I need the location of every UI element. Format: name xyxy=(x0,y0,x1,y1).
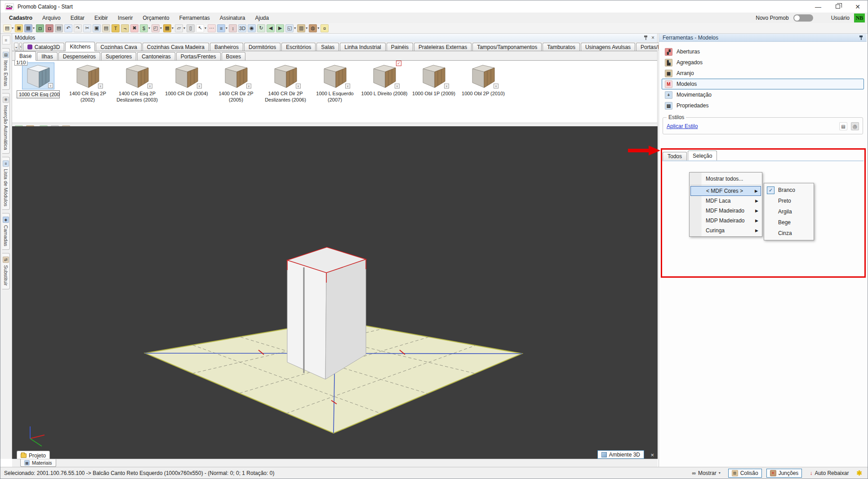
auto-lower-button[interactable]: ↓ Auto Rebaixar xyxy=(806,469,852,477)
toolbar-button[interactable]: ✂ ▾ xyxy=(83,24,91,32)
toolbar-button[interactable]: ◱ ▾ xyxy=(285,24,296,32)
dropdown-arrow-icon[interactable]: ▾ xyxy=(294,26,296,30)
context-menu-item[interactable]: Curinga ▶ xyxy=(690,226,761,235)
toolbar-button[interactable]: ◉ ▾ xyxy=(248,24,256,32)
tool-item[interactable]: M Modelos xyxy=(662,79,864,89)
module-variants-icon[interactable]: » xyxy=(494,84,499,89)
catalog-tab[interactable]: Dormitórios xyxy=(244,43,280,51)
menu-item[interactable]: Inserir xyxy=(113,13,138,23)
toolbar-button[interactable]: ↷ ▾ xyxy=(74,24,82,32)
toolbar-button[interactable]: ◘ ▾ xyxy=(45,24,53,32)
catalog-tab[interactable]: Painéis xyxy=(387,43,413,51)
sidebar-tab[interactable]: ※ Inserção Automática xyxy=(2,93,10,154)
group-tab[interactable]: Despenseiros xyxy=(58,52,100,60)
toolbar-button[interactable]: ▤ ▾ xyxy=(55,24,63,32)
toolbar-button[interactable]: ◍ ▾ xyxy=(309,24,319,32)
menu-item[interactable]: Assinatura xyxy=(215,13,250,23)
tool-item[interactable]: ▦ Arranjo xyxy=(662,68,864,79)
close-button[interactable]: ✕ xyxy=(848,0,868,13)
menu-item[interactable]: Orçamento xyxy=(138,13,174,23)
toolbar-button[interactable]: ↶ ▾ xyxy=(64,24,72,32)
toolbar-button[interactable]: $ ▾ xyxy=(140,24,150,32)
tabs-scroll-left-button[interactable]: ‹ xyxy=(19,43,22,50)
group-tab[interactable]: Boxes xyxy=(222,52,245,60)
toolbar-button[interactable]: ◘ ▾ xyxy=(36,24,44,32)
module-variants-icon[interactable]: » xyxy=(296,84,301,89)
toolbar-button[interactable]: ▤ ▾ xyxy=(3,24,13,32)
module-variants-icon[interactable]: » xyxy=(444,84,449,89)
toolbar-button[interactable]: ≡ ▾ xyxy=(217,24,227,32)
catalog-tab[interactable]: Usinagens Avulsas xyxy=(581,43,635,51)
module-item[interactable]: ✓ » 1400 CR Esq 2P (2002) xyxy=(64,62,111,103)
catalog-tab[interactable]: Linha Industrial xyxy=(340,43,385,51)
submenu-item[interactable]: ✓ Bege xyxy=(765,217,813,228)
catalog-tab[interactable]: Salas xyxy=(316,43,339,51)
submenu-item[interactable]: ✓ Argila xyxy=(765,206,813,217)
show-dropdown-button[interactable]: ∞ Mostrar ▾ xyxy=(689,469,723,477)
styles-tab[interactable]: Seleção xyxy=(688,151,717,160)
dropdown-arrow-icon[interactable]: ▾ xyxy=(205,26,206,30)
context-menu-item[interactable]: < MDF Cores > ▶ xyxy=(690,186,761,196)
catalog-tab[interactable]: Escritórios xyxy=(281,43,316,51)
toolbar-button[interactable]: ▣ ▾ xyxy=(93,24,101,32)
module-item[interactable]: ✓ » 1000 CR Dir (2004) xyxy=(163,62,210,97)
toolbar-button[interactable]: ▦ ▾ xyxy=(24,24,35,32)
catalog-tab[interactable]: Banheiros xyxy=(210,43,243,51)
context-menu-item[interactable]: Mostrar todos... ▶ xyxy=(690,173,761,185)
catalog-tab[interactable]: Prateleiras Externas xyxy=(414,43,472,51)
menu-item[interactable]: Editar xyxy=(66,13,89,23)
module-variants-icon[interactable]: » xyxy=(395,84,400,89)
module-variants-icon[interactable]: » xyxy=(246,84,251,89)
toolbar-button[interactable]: ↖ ▾ xyxy=(196,24,206,32)
catalog-tab[interactable]: Cozinhas Cava Madeira xyxy=(142,43,209,51)
catalog-tab[interactable]: Tampos/Tamponamentos xyxy=(472,43,542,51)
toolbar-button[interactable]: T ▾ xyxy=(111,24,120,32)
materials-tab[interactable]: ▦ Materiais xyxy=(20,459,56,467)
sidebar-tab[interactable]: ⇄ Substituir xyxy=(2,253,10,289)
group-tab[interactable]: Portas/Frentes xyxy=(176,52,221,60)
toolbar-button[interactable]: ▱ ▾ xyxy=(175,24,185,32)
catalog-tab[interactable]: Kitchens xyxy=(65,42,95,51)
module-variants-icon[interactable]: » xyxy=(197,84,202,89)
menu-item[interactable]: Arquivo xyxy=(37,13,66,23)
submenu-item[interactable]: ✓ Preto xyxy=(765,195,813,206)
context-menu-item[interactable]: MDF Laca ▶ xyxy=(690,196,761,206)
sidebar-tab[interactable]: ◈ Camadas xyxy=(2,213,10,250)
tabs-dropdown-button[interactable]: ⌄ xyxy=(14,43,18,50)
toolbar-button[interactable]: ▦ ▾ xyxy=(163,24,174,32)
group-tab[interactable]: Base xyxy=(15,51,36,61)
toolbar-button[interactable]: ⋯ ▾ xyxy=(208,24,216,32)
pin-icon[interactable] xyxy=(859,35,863,40)
sidebar-tab[interactable]: ≡ Lista de Módulos xyxy=(2,157,10,210)
dropdown-arrow-icon[interactable]: ▾ xyxy=(183,26,185,30)
dropdown-arrow-icon[interactable]: ▾ xyxy=(160,26,162,30)
toolbar-button[interactable]: ↻ ▾ xyxy=(257,24,265,32)
dropdown-arrow-icon[interactable]: ▾ xyxy=(12,26,13,30)
context-menu-item[interactable]: MDF Madeirado ▶ xyxy=(690,206,761,216)
module-variant-combobox[interactable]: 1000 CR Esq (200 ⌄ xyxy=(17,90,60,98)
toolbar-button[interactable]: ▯ ▾ xyxy=(187,24,195,32)
group-tab[interactable]: Superiores xyxy=(101,52,136,60)
settings-gear-icon[interactable]: ◎ xyxy=(851,122,859,130)
junctions-button[interactable]: + Junções xyxy=(766,469,802,478)
dropdown-arrow-icon[interactable]: ▾ xyxy=(317,26,319,30)
catalog-tab[interactable]: Tamburatos xyxy=(543,43,580,51)
module-item[interactable]: ✓ » 1000 L Esquerdo (2007) xyxy=(312,62,358,103)
toolbar-button[interactable]: ▣ ▾ xyxy=(15,24,23,32)
dropdown-arrow-icon[interactable]: ▾ xyxy=(148,26,150,30)
catalog-tab[interactable]: Cozinhas Cava xyxy=(96,43,141,51)
module-item[interactable]: ✓ » 1000 L Direito (2008) xyxy=(361,62,408,97)
menu-item[interactable]: Exibir xyxy=(89,13,113,23)
submenu-item[interactable]: ✓ Branco xyxy=(765,185,813,195)
module-item[interactable]: ✓ » 1000 Obl 1P (2009) xyxy=(410,62,457,97)
module-item[interactable]: ✓ » 1000 Obl 2P (2010) xyxy=(460,62,507,97)
context-menu-item[interactable]: MDP Madeirado ▶ xyxy=(690,216,761,226)
minimize-button[interactable]: — xyxy=(808,0,828,13)
user-avatar[interactable]: NB xyxy=(854,13,865,22)
tool-item[interactable]: ▞ Aberturas xyxy=(662,46,864,57)
collision-button[interactable]: ▥ Colisão xyxy=(728,469,762,478)
toolbar-button[interactable]: ▥ ▾ xyxy=(297,24,307,32)
pin-icon[interactable] xyxy=(644,35,648,40)
group-tab[interactable]: Cantoneiras xyxy=(137,52,175,60)
menu-item[interactable]: Ajuda xyxy=(250,13,274,23)
